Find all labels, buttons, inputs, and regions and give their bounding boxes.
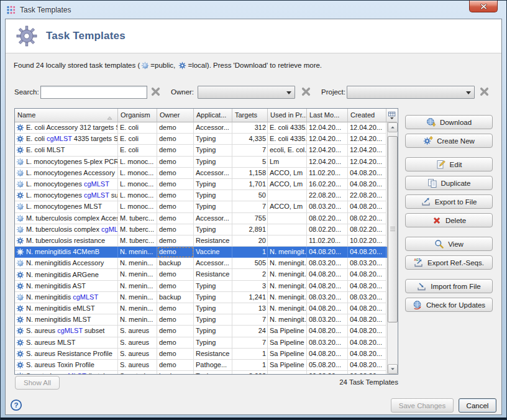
info-part3: =local). Press 'Download' to retrieve mo… [188,62,322,69]
column-header-name[interactable]: Name [15,109,118,122]
cell-application: Resistance [194,269,232,280]
export-to-file-button[interactable]: Export to File [405,194,493,209]
cell-targets: 4,335 [232,134,268,145]
cell-used_in: N. meningit... [268,303,307,314]
edit-button[interactable]: Edit [405,157,493,171]
table-row[interactable]: N. meningitidis 4CMenBN. menin...demoVac… [15,247,387,258]
column-config-button[interactable] [386,109,397,122]
gear-icon [178,62,186,70]
gear-icon [16,237,24,245]
cell-targets: 1,701 [232,179,268,190]
export-ref-seqs-button[interactable]: AGTExport Ref.-Seqs. [405,255,493,270]
table-row[interactable]: M. tuberculosis resistanceM. tuberc...de… [15,235,387,247]
table-row[interactable]: L. monocytogenes AccessoryL. monoc...dem… [15,168,387,179]
task-templates-dialog: Task Templates Task Templates Found 24 [0,0,507,420]
table-row[interactable]: N. meningitidis cgMLSTN. menin...backupT… [15,292,387,303]
import-from-file-button[interactable]: Import from File [405,279,493,293]
close-button[interactable] [469,1,498,12]
table-row[interactable]: S. aureus Resistance ProfileS. aureusdem… [15,349,387,360]
table-row[interactable]: N. meningitidis eMLSTN. menin...demoTypi… [15,303,387,314]
scrollbar-thumb[interactable] [388,136,398,322]
cell-used_in: N. meningit... [268,292,307,303]
gear-icon [16,25,38,47]
table-row[interactable]: N. meningitidis MLSTN. menin...demoTypin… [15,314,387,326]
cell-used_in: ACCO, Lm [268,179,307,190]
clear-project-icon[interactable] [480,87,490,97]
dialog-content: Task Templates Found 24 locally stored t… [5,19,502,415]
column-header-targets[interactable]: Targets [232,109,268,122]
cell-owner: demo [157,349,194,360]
column-header-organism[interactable]: Organism [118,109,157,122]
table-row[interactable]: L. monocytogenes cgMLSTL. monoc...demoTy… [15,179,387,190]
table-row[interactable]: L. monocytogenes MLSTL. monoc...demoTypi… [15,201,387,212]
cell-created: 04.08.20... [348,349,386,360]
cell-used_in: N. meningit... [268,269,307,280]
column-header-last_modified[interactable]: Last Mo... [307,109,348,122]
save-changes-button: Save Changes [391,398,454,413]
cell-name: S. enterica cgMLST (beta) [15,371,118,374]
cancel-button[interactable]: Cancel [459,398,496,413]
table-row[interactable]: M. tuberculosis complex cgMLSM. tuberc..… [15,224,387,235]
column-header-owner[interactable]: Owner [157,109,194,122]
cell-organism: M. tuberc... [118,235,157,247]
table-header-row: NameOrganismOwnerApplicat...TargetsUsed … [15,109,398,122]
help-button[interactable]: ? [10,399,22,411]
cell-used_in: N. meningit... [268,314,307,326]
cell-created: 04.08.20... [348,303,386,314]
cell-name: E. coli cgMLST 4335 targets Sa [15,134,118,145]
table-row[interactable]: E. coli Accessory 312 targets SE. colide… [15,122,387,134]
cell-name: L. monocytogenes 5-plex PCR [15,157,118,168]
table-row[interactable]: E. coli cgMLST 4335 targets SaE. colidem… [15,134,387,145]
table-row[interactable]: L. monocytogenes 5-plex PCRL. monoc...de… [15,157,387,168]
title-bar[interactable]: Task Templates [1,1,506,19]
delete-button[interactable]: Delete [405,213,493,227]
cell-application: Accessor... [194,168,232,179]
table-row[interactable]: M. tuberculosis complex AccesM. tuberc..… [15,213,387,224]
cell-last_modified: 11.02.20... [307,235,348,247]
cell-organism: M. tuberc... [118,224,157,235]
search-label: Search: [14,88,39,96]
view-button[interactable]: View [405,237,493,251]
download-button[interactable]: Download [405,115,493,129]
cell-targets: 7 [232,201,268,212]
template-name: E. coli Accessory 312 targets S [26,122,118,133]
table-row[interactable]: N. meningitidis ARGeneN. menin...demoRes… [15,269,387,280]
project-combobox[interactable] [347,86,475,99]
search-input[interactable] [40,86,147,99]
button-label: Duplicate [441,180,471,187]
scroll-down-button[interactable] [388,364,398,374]
template-name: E. coli MLST [26,145,65,155]
table-row[interactable]: L. monocytogenes cgMLST subL. monoc...de… [15,190,387,201]
table-row[interactable]: N. meningitidis ASTN. menin...demoTyping… [15,281,387,292]
table-row[interactable]: S. enterica cgMLST (beta)S. entericaback… [15,371,387,374]
clear-owner-icon[interactable] [301,87,311,97]
table-row[interactable]: S. aureus cgMLST subsetS. aureusdemoTypi… [15,326,387,337]
close-x-icon [480,4,487,9]
column-header-created[interactable]: Created [348,109,386,122]
clear-search-icon[interactable] [151,87,161,97]
table-row[interactable]: E. coli MLSTE. colidemoTyping7ecoli, E. … [15,145,387,156]
check-for-updates-button[interactable]: Check for Updates [405,298,493,312]
column-header-used_in[interactable]: Used in Pr... [268,109,307,122]
duplicate-button[interactable]: Duplicate [405,176,493,190]
owner-combobox[interactable] [198,86,295,99]
column-header-application[interactable]: Applicat... [194,109,232,122]
cell-organism: L. monoc... [118,201,157,212]
triangle-up-icon [390,124,396,130]
cell-application: Typing [194,314,232,326]
scroll-up-button[interactable] [388,122,398,132]
app-icon [6,5,16,15]
create-new-button[interactable]: Create New [405,134,493,148]
template-name: N. meningitidis ARGene [26,270,99,280]
cell-name: L. monocytogenes cgMLST sub [15,190,118,201]
gear-globe-icon [16,169,24,177]
vertical-scrollbar[interactable] [387,122,398,374]
table-row[interactable]: N. meningitidis AccessoryN. menin...back… [15,258,387,269]
cell-owner: demo [157,247,194,258]
cell-owner: backup [157,371,194,374]
cell-organism: N. menin... [118,281,157,292]
table-row[interactable]: S. aureus MLSTS. aureusdemoTyping7Sa Pip… [15,337,387,349]
template-name: S. aureus MLST [26,337,75,348]
table-row[interactable]: S. aureus Toxin ProfileS. aureusdemoPath… [15,360,387,371]
cell-used_in [268,371,307,374]
